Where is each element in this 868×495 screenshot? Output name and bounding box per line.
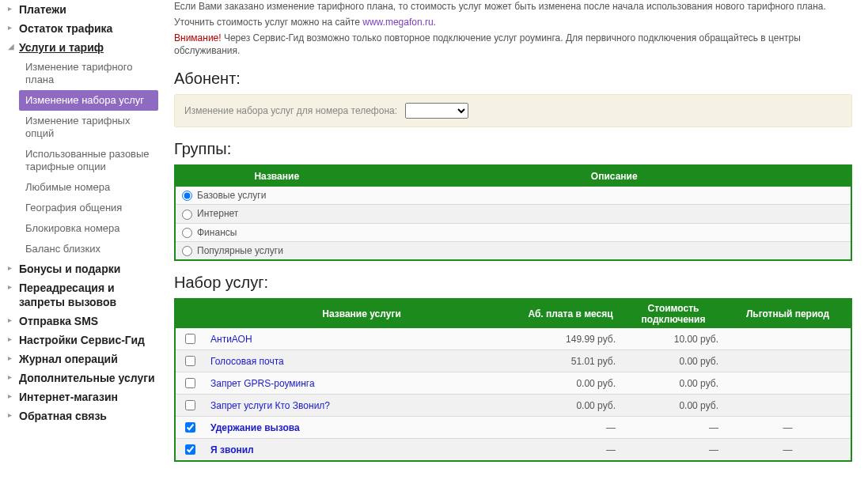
service-name-link[interactable]: АнтиАОН [210,334,252,345]
chevron-down-icon: ◢ [8,40,19,53]
nav-label: Услуги и тариф [19,40,104,55]
services-table: Название услуги Аб. плата в месяц Стоимо… [174,298,852,462]
nav-item[interactable]: ▸Платежи [8,0,158,19]
group-radio[interactable] [182,210,192,220]
nav-item[interactable]: ▸Журнал операций [8,350,158,368]
group-radio[interactable] [182,246,192,256]
nav-item[interactable]: ▸Обратная связь [8,406,158,425]
service-row: Голосовая почта51.01 руб.0.00 руб. [175,350,851,372]
chevron-right-icon: ▸ [8,314,19,327]
service-row: Удержание вызова——— [175,417,851,439]
group-name: Финансы [197,227,237,238]
info-line-2: Уточнить стоимость услуг можно на сайте … [174,16,852,28]
section-services-title: Набор услуг: [174,274,852,292]
subnav-item[interactable]: Баланс близких [19,239,158,259]
nav-item[interactable]: ▸Интернет-магазин [8,387,158,406]
nav-item[interactable]: ▸Дополнительные услуги [8,368,158,387]
service-name-link[interactable]: Запрет услуги Кто Звонил? [210,400,330,411]
service-fee: — [519,439,622,462]
group-name: Интернет [197,208,238,219]
nav-label: Дополнительные услуги [19,371,155,385]
service-cost: — [622,439,725,462]
service-row: Запрет GPRS-роуминга0.00 руб.0.00 руб. [175,372,851,395]
info-line-1: Если Вами заказано изменение тарифного п… [174,0,852,13]
nav-item[interactable]: ◢Услуги и тариф [8,38,158,57]
group-row[interactable]: Финансы [175,223,851,241]
sidebar: ▸Платежи▸Остаток трафика◢Услуги и тарифИ… [0,0,166,478]
service-cost: — [622,417,725,439]
nav-label: Журнал операций [19,352,118,366]
megafon-link[interactable]: www.megafon.ru [362,17,433,28]
service-row: Запрет услуги Кто Звонил?0.00 руб.0.00 р… [175,395,851,417]
subnav-item[interactable]: Изменение тарифного плана [19,57,158,90]
main-content: Если Вами заказано изменение тарифного п… [166,0,868,478]
service-cost: 0.00 руб. [622,395,725,417]
service-checkbox[interactable] [185,422,195,433]
chevron-right-icon: ▸ [8,352,19,365]
nav-label: Бонусы и подарки [19,262,120,276]
service-period [725,395,851,417]
service-fee: 149.99 руб. [519,328,622,350]
service-checkbox[interactable] [185,400,195,410]
nav-label: Обратная связь [19,409,107,423]
chevron-right-icon: ▸ [8,262,19,274]
nav-label: Интернет-магазин [19,390,118,404]
chevron-right-icon: ▸ [8,281,19,293]
services-header-checkbox [175,299,204,328]
subnav: Изменение тарифного планаИзменение набор… [8,57,158,259]
chevron-right-icon: ▸ [8,2,19,15]
subnav-item[interactable]: Изменение набора услуг [19,90,158,111]
warning-label: Внимание! [174,32,222,43]
service-period [725,350,851,372]
service-fee: — [519,417,622,439]
nav-item[interactable]: ▸Отправка SMS [8,312,158,331]
subnav-item[interactable]: Любимые номера [19,177,158,198]
subnav-item[interactable]: География общения [19,198,158,218]
services-header-name: Название услуги [204,299,519,328]
warning-text: Через Сервис-Гид возможно только повторн… [174,32,801,56]
chevron-right-icon: ▸ [8,409,19,421]
subnav-item[interactable]: Использованные разовые тарифные опции [19,144,158,177]
service-checkbox[interactable] [185,356,195,366]
nav-item[interactable]: ▸Переадресация и запреты вызовов [8,278,158,312]
group-row[interactable]: Популярные услуги [175,241,851,260]
services-header-cost: Стоимость подключения [622,299,725,328]
phone-bar-label: Изменение набора услуг для номера телефо… [184,105,397,116]
nav-item[interactable]: ▸Настройки Сервис-Гид [8,331,158,350]
subnav-item[interactable]: Изменение тарифных опций [19,111,158,144]
service-period [725,372,851,395]
nav-label: Платежи [19,2,66,17]
service-cost: 0.00 руб. [622,372,725,395]
groups-header-desc: Описание [378,165,852,187]
warning-line: Внимание! Через Сервис-Гид возможно толь… [174,32,852,57]
nav-label: Переадресация и запреты вызовов [19,281,158,309]
nav-item[interactable]: ▸Остаток трафика [8,19,158,38]
nav-item[interactable]: ▸Бонусы и подарки [8,259,158,278]
chevron-right-icon: ▸ [8,333,19,346]
service-checkbox[interactable] [185,334,195,344]
phone-number-bar: Изменение набора услуг для номера телефо… [174,94,852,127]
service-name-link[interactable]: Удержание вызова [210,422,300,433]
phone-number-select[interactable] [405,103,468,119]
section-subscriber-title: Абонент: [174,70,852,88]
group-radio[interactable] [182,228,192,238]
service-name-link[interactable]: Голосовая почта [210,356,284,367]
service-checkbox[interactable] [185,378,195,388]
service-name-link[interactable]: Запрет GPRS-роуминга [210,378,315,389]
chevron-right-icon: ▸ [8,390,19,402]
service-period: — [725,439,851,462]
service-checkbox[interactable] [185,444,195,455]
chevron-right-icon: ▸ [8,21,19,34]
info-line-2-prefix: Уточнить стоимость услуг можно на сайте [174,17,362,28]
service-cost: 10.00 руб. [622,328,725,350]
group-row[interactable]: Базовые услуги [175,187,851,205]
group-name: Популярные услуги [197,245,283,256]
subnav-item[interactable]: Блокировка номера [19,218,158,239]
service-name-link[interactable]: Я звонил [210,444,254,455]
service-fee: 0.00 руб. [519,372,622,395]
service-fee: 0.00 руб. [519,395,622,417]
section-groups-title: Группы: [174,140,852,158]
nav-label: Отправка SMS [19,314,98,328]
group-radio[interactable] [182,191,192,201]
group-row[interactable]: Интернет [175,205,851,223]
